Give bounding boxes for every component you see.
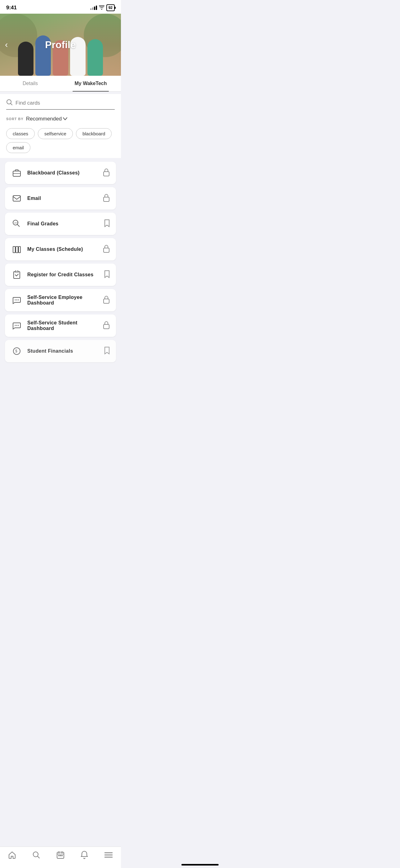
card-final-grades-label: Final Grades — [27, 221, 99, 227]
card-student-financials-label: Student Financials — [27, 348, 99, 354]
bookmark-icon-register — [104, 270, 110, 280]
search-input[interactable] — [15, 100, 115, 106]
hero-title: Profile — [45, 39, 76, 51]
svg-rect-14 — [15, 272, 19, 273]
bookmark-icon-grades — [104, 219, 110, 229]
lock-icon-my-classes — [103, 245, 110, 254]
search-icon — [6, 99, 12, 107]
tags-section: classes selfservice blackboard email — [0, 126, 121, 158]
bookmark-icon-financials — [104, 346, 110, 356]
svg-line-1 — [11, 104, 12, 105]
svg-text:A+: A+ — [14, 221, 18, 224]
grades-icon: A+ — [11, 218, 22, 229]
svg-rect-5 — [13, 195, 21, 201]
status-bar: 9:41 92 — [0, 0, 121, 14]
tag-classes[interactable]: classes — [6, 128, 35, 139]
card-student-dashboard[interactable]: Self-Service Student Dashboard — [5, 314, 116, 337]
search-section — [0, 94, 121, 112]
chat-student-icon — [11, 320, 22, 331]
tag-email[interactable]: email — [6, 142, 30, 153]
lock-icon-email — [103, 194, 110, 203]
sort-label: SORT BY — [6, 117, 24, 121]
svg-rect-10 — [16, 247, 18, 253]
card-blackboard-label: Blackboard (Classes) — [27, 170, 98, 176]
status-time: 9:41 — [6, 5, 17, 11]
wifi-icon — [99, 5, 104, 10]
card-email-label: Email — [27, 195, 98, 201]
card-email[interactable]: Email — [5, 187, 116, 210]
tag-selfservice[interactable]: selfservice — [38, 128, 73, 139]
clipboard-icon — [11, 269, 22, 280]
card-my-classes[interactable]: My Classes (Schedule) — [5, 238, 116, 260]
svg-rect-22 — [104, 324, 109, 329]
back-button[interactable]: ‹ — [5, 40, 8, 50]
card-employee-dashboard-label: Self-Service Employee Dashboard — [27, 294, 98, 306]
svg-point-16 — [16, 300, 18, 301]
card-register-credit[interactable]: Register for Credit Classes — [5, 264, 116, 286]
svg-point-17 — [18, 300, 19, 301]
card-my-classes-label: My Classes (Schedule) — [27, 247, 98, 252]
card-blackboard[interactable]: Blackboard (Classes) — [5, 162, 116, 184]
sort-dropdown[interactable]: Recommended — [26, 116, 67, 122]
search-bar — [6, 99, 115, 110]
chat-employee-icon — [11, 294, 22, 306]
svg-rect-9 — [13, 247, 15, 253]
books-icon — [11, 244, 22, 255]
card-student-dashboard-label: Self-Service Student Dashboard — [27, 320, 98, 331]
sort-value-text: Recommended — [26, 116, 62, 122]
tab-bar: Details My WakeTech — [0, 76, 121, 92]
svg-rect-6 — [104, 197, 109, 202]
svg-rect-11 — [19, 247, 21, 253]
lock-icon-blackboard — [103, 168, 110, 178]
finance-icon: $ — [11, 345, 22, 357]
card-register-credit-label: Register for Credit Classes — [27, 272, 99, 278]
sort-section: SORT BY Recommended — [0, 112, 121, 126]
chevron-down-icon — [63, 116, 67, 121]
svg-point-19 — [15, 325, 16, 326]
briefcase-icon — [11, 167, 22, 179]
hero-overlay: ‹ Profile — [0, 14, 121, 76]
card-student-financials[interactable]: $ Student Financials — [5, 340, 116, 362]
tab-details[interactable]: Details — [0, 76, 61, 91]
svg-point-21 — [18, 325, 19, 326]
lock-icon-student — [103, 321, 110, 331]
signal-icon — [90, 6, 97, 10]
envelope-icon — [11, 193, 22, 204]
card-employee-dashboard[interactable]: Self-Service Employee Dashboard — [5, 289, 116, 311]
svg-rect-4 — [104, 172, 109, 176]
svg-point-15 — [15, 300, 16, 301]
lock-icon-employee — [103, 296, 110, 305]
svg-rect-12 — [104, 248, 109, 252]
tab-mywaketech[interactable]: My WakeTech — [61, 76, 121, 91]
cards-list: Blackboard (Classes) Email — [0, 158, 121, 366]
tag-blackboard[interactable]: blackboard — [76, 128, 112, 139]
svg-text:$: $ — [15, 349, 18, 353]
battery-icon: 92 — [106, 4, 115, 11]
hero-banner: ‹ Profile — [0, 14, 121, 76]
svg-rect-18 — [104, 299, 109, 303]
status-icons: 92 — [90, 4, 115, 11]
card-final-grades[interactable]: A+ Final Grades — [5, 213, 116, 235]
svg-point-20 — [16, 325, 18, 326]
